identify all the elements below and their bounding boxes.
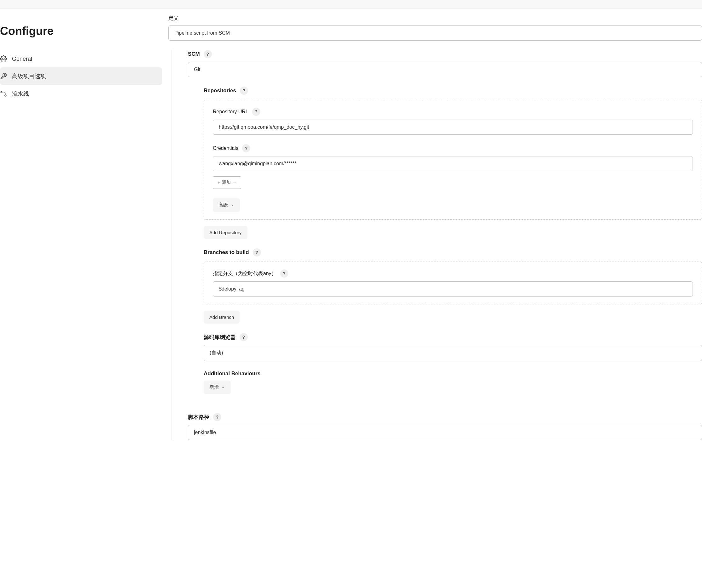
- repo-url-label: Repository URL: [213, 109, 248, 115]
- pipeline-icon: [0, 90, 7, 97]
- repo-browser-label: 源码库浏览器: [204, 334, 236, 341]
- branches-label: Branches to build: [204, 249, 249, 256]
- script-path-label: 脚本路径: [188, 414, 209, 421]
- help-icon[interactable]: ?: [213, 413, 221, 421]
- svg-point-2: [5, 95, 6, 96]
- definition-select[interactable]: Pipeline script from SCM: [168, 25, 702, 40]
- help-icon[interactable]: ?: [204, 50, 212, 58]
- help-icon[interactable]: ?: [240, 87, 248, 95]
- new-label: 新增: [209, 384, 219, 390]
- advanced-button[interactable]: 高级: [213, 198, 240, 212]
- main-content: 定义 Pipeline script from SCM SCM ? Git Re…: [168, 9, 702, 453]
- page-title: Configure: [0, 9, 162, 50]
- top-bar: [0, 0, 702, 9]
- help-icon[interactable]: ?: [242, 144, 250, 152]
- branch-specifier-label: 指定分支（为空时代表any）: [213, 270, 276, 277]
- help-icon[interactable]: ?: [280, 269, 288, 278]
- scm-label: SCM: [188, 51, 200, 57]
- svg-point-0: [3, 58, 4, 60]
- chevron-down-icon: [233, 181, 236, 185]
- definition-label: 定义: [168, 15, 702, 22]
- add-repository-button[interactable]: Add Repository: [204, 226, 247, 239]
- repo-url-input[interactable]: [213, 120, 693, 135]
- sidebar-item-advanced[interactable]: 高级项目选项: [0, 68, 162, 85]
- help-icon[interactable]: ?: [253, 248, 261, 256]
- help-icon[interactable]: ?: [240, 333, 248, 341]
- add-credentials-button[interactable]: + 添加: [213, 176, 241, 189]
- plus-icon: +: [218, 180, 220, 185]
- sidebar-item-general[interactable]: General: [0, 50, 162, 68]
- add-branch-label: Add Branch: [209, 315, 234, 320]
- help-icon[interactable]: ?: [252, 108, 260, 116]
- branches-box: 指定分支（为空时代表any） ?: [204, 262, 702, 305]
- credentials-select[interactable]: wangxiang@qimingpian.com/******: [213, 156, 693, 171]
- repo-browser-select[interactable]: (自动): [204, 345, 702, 361]
- repository-box: Repository URL ? Credentials ? wangxiang…: [204, 100, 702, 220]
- wrench-icon: [0, 73, 7, 80]
- chevron-down-icon: [230, 203, 234, 207]
- script-path-input[interactable]: [188, 425, 702, 440]
- sidebar-item-label: 流水线: [12, 90, 29, 98]
- add-label: 添加: [222, 180, 231, 186]
- new-behaviour-button[interactable]: 新增: [204, 380, 231, 394]
- svg-point-1: [1, 91, 2, 93]
- branch-specifier-input[interactable]: [213, 281, 693, 297]
- add-branch-button[interactable]: Add Branch: [204, 311, 240, 324]
- additional-behaviours-label: Additional Behaviours: [204, 370, 702, 377]
- advanced-label: 高级: [219, 202, 228, 208]
- sidebar-item-label: General: [12, 56, 32, 62]
- sidebar: Configure General 高级项目选项: [0, 9, 168, 453]
- credentials-label: Credentials: [213, 145, 238, 151]
- scm-select[interactable]: Git: [188, 62, 702, 77]
- chevron-down-icon: [221, 386, 225, 389]
- gear-icon: [0, 55, 7, 62]
- repositories-label: Repositories: [204, 88, 236, 94]
- sidebar-item-pipeline[interactable]: 流水线: [0, 85, 162, 103]
- add-repo-label: Add Repository: [209, 230, 242, 235]
- sidebar-item-label: 高级项目选项: [12, 73, 46, 80]
